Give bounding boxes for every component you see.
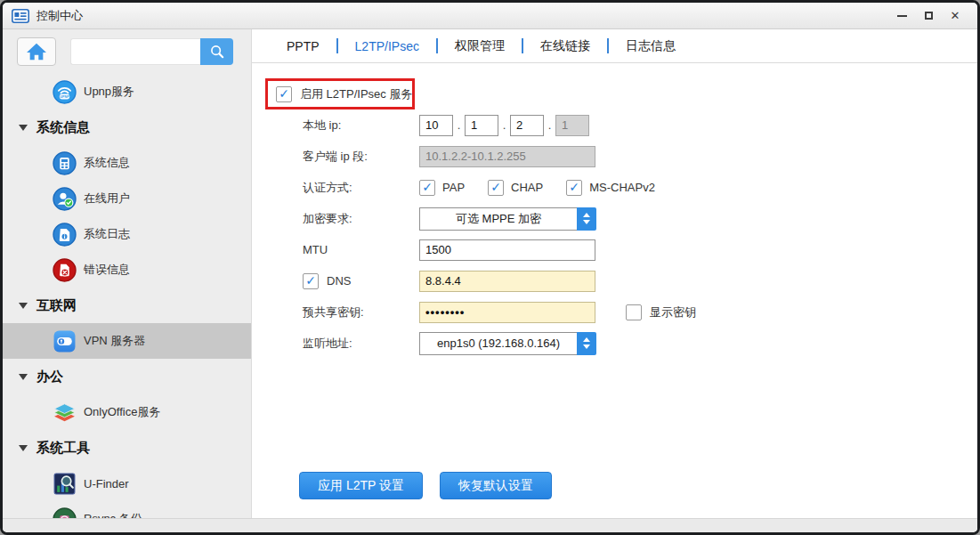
listen-address-select[interactable]: enp1s0 (192.168.0.164) (419, 332, 596, 355)
pap-checkbox[interactable]: ✓ (419, 180, 435, 196)
psk-row: 预共享密钥: 显示密钥 (252, 296, 977, 328)
sidebar-item-onlyoffice[interactable]: OnlyOffice服务 (3, 394, 251, 430)
window-controls: ✕ (895, 10, 968, 22)
control-center-window: 控制中心 ✕ (0, 0, 980, 535)
enable-l2tp-highlight-box: ✓ 启用 L2TP/IPsec 服务 (265, 78, 415, 109)
auth-method-label: 认证方式: (303, 180, 419, 196)
collapse-triangle-icon (19, 374, 28, 380)
encryption-label: 加密要求: (303, 211, 419, 227)
app-icon (12, 9, 29, 23)
mtu-row: MTU (252, 234, 977, 265)
sidebar-item-label: 在线用户 (84, 190, 130, 207)
sidebar-section-system-tools[interactable]: 系统工具 (3, 430, 251, 466)
sidebar-item-label: OnlyOffice服务 (84, 404, 160, 420)
sidebar-item-system-info[interactable]: 系统信息 (3, 145, 251, 181)
listen-address-label: 监听地址: (303, 336, 419, 352)
window-footer-strip (3, 518, 977, 532)
sidebar-item-system-log[interactable]: 系统日志 (3, 216, 251, 252)
chap-checkbox[interactable]: ✓ (488, 180, 504, 196)
octet-dot: . (453, 118, 465, 132)
ufinder-icon (53, 472, 77, 496)
vpn-server-icon (53, 329, 77, 353)
chap-label: CHAP (511, 181, 543, 194)
svg-text:UPNP: UPNP (60, 95, 69, 99)
local-ip-octet-3[interactable] (510, 115, 544, 136)
sidebar: UPNP Upnp服务 系统信息 (3, 29, 252, 531)
local-ip-octet-2[interactable] (465, 115, 498, 136)
sidebar-section-system-info[interactable]: 系统信息 (3, 109, 251, 145)
collapse-triangle-icon (19, 445, 28, 451)
collapse-triangle-icon (19, 125, 28, 131)
online-users-icon (53, 187, 77, 211)
system-info-icon (53, 151, 77, 175)
minimize-icon[interactable] (895, 10, 908, 22)
listen-address-row: 监听地址: enp1s0 (192.168.0.164) (252, 328, 977, 359)
sidebar-item-error-info[interactable]: 错误信息 (3, 252, 251, 288)
encryption-select[interactable]: 可选 MPPE 加密 (419, 207, 596, 231)
apply-l2tp-button[interactable]: 应用 L2TP 设置 (299, 472, 423, 499)
sidebar-item-vpn-server[interactable]: VPN 服务器 (3, 323, 251, 359)
sidebar-section-office[interactable]: 办公 (3, 359, 251, 394)
tab-bar: PPTP L2TP/IPsec 权限管理 在线链接 日志信息 (252, 29, 977, 63)
local-ip-row: 本地 ip: . . . (252, 109, 977, 141)
client-ip-range-input (419, 146, 595, 167)
sidebar-item-ufinder[interactable]: U-Finder (3, 466, 251, 501)
mtu-input[interactable] (419, 239, 595, 261)
search-input[interactable] (70, 38, 200, 65)
local-ip-label: 本地 ip: (303, 118, 419, 134)
error-info-icon (53, 258, 77, 282)
sidebar-section-internet[interactable]: 互联网 (3, 288, 251, 323)
sidebar-item-label: Upnp服务 (84, 84, 134, 100)
spinner-icon[interactable] (577, 332, 596, 355)
psk-label: 预共享密钥: (303, 304, 419, 320)
collapse-triangle-icon (19, 303, 28, 309)
psk-input[interactable] (419, 302, 595, 323)
enable-l2tp-label: 启用 L2TP/IPsec 服务 (300, 86, 412, 102)
client-ip-range-label: 客户端 ip 段: (303, 149, 419, 165)
sidebar-item-label: U-Finder (84, 477, 129, 490)
local-ip-octet-1[interactable] (419, 115, 453, 136)
search-button[interactable] (200, 38, 233, 65)
tab-permissions[interactable]: 权限管理 (438, 38, 522, 54)
restore-defaults-button[interactable]: 恢复默认设置 (440, 472, 552, 499)
spinner-icon[interactable] (577, 207, 596, 231)
tab-online-links[interactable]: 在线链接 (523, 38, 607, 54)
show-psk-checkbox[interactable] (626, 304, 642, 320)
tab-pptp[interactable]: PPTP (270, 39, 336, 53)
maximize-icon[interactable] (922, 10, 935, 22)
sidebar-item-upnp[interactable]: UPNP Upnp服务 (3, 74, 251, 109)
local-ip-octet-4 (555, 115, 589, 136)
dns-input[interactable] (419, 271, 595, 292)
system-log-icon (53, 223, 77, 247)
close-icon[interactable]: ✕ (949, 10, 961, 22)
sidebar-item-label: 系统信息 (84, 155, 130, 171)
dns-label: DNS (327, 274, 351, 288)
pap-label: PAP (442, 181, 465, 194)
mschapv2-checkbox[interactable]: ✓ (566, 180, 582, 196)
sidebar-item-label: 错误信息 (84, 262, 130, 278)
client-ip-range-row: 客户端 ip 段: (252, 141, 977, 172)
window-title: 控制中心 (36, 8, 83, 24)
encryption-row: 加密要求: 可选 MPPE 加密 (252, 203, 977, 234)
auth-method-row: 认证方式: ✓ PAP ✓ CHAP ✓ MS-CHAPv2 (252, 172, 977, 203)
mtu-label: MTU (303, 243, 419, 256)
titlebar: 控制中心 ✕ (3, 3, 977, 29)
sidebar-item-label: VPN 服务器 (84, 333, 145, 349)
show-psk-label: 显示密钥 (650, 304, 696, 320)
octet-dot: . (544, 118, 555, 132)
search-icon (208, 43, 226, 61)
octet-dot: . (498, 118, 510, 132)
dns-checkbox[interactable]: ✓ (303, 273, 319, 289)
tab-log-info[interactable]: 日志信息 (609, 38, 692, 54)
main-content: PPTP L2TP/IPsec 权限管理 在线链接 日志信息 ✓ 启用 L2TP… (252, 29, 977, 531)
home-button[interactable] (17, 37, 56, 66)
home-icon (26, 42, 47, 61)
sidebar-item-online-users[interactable]: 在线用户 (3, 181, 251, 216)
onlyoffice-icon (53, 401, 77, 425)
upnp-icon: UPNP (53, 80, 77, 104)
mschapv2-label: MS-CHAPv2 (589, 181, 655, 194)
enable-l2tp-checkbox[interactable]: ✓ (276, 86, 292, 102)
dns-row: ✓ DNS (252, 265, 977, 296)
sidebar-item-label: 系统日志 (84, 226, 130, 242)
tab-l2tp-ipsec[interactable]: L2TP/IPsec (338, 39, 436, 53)
